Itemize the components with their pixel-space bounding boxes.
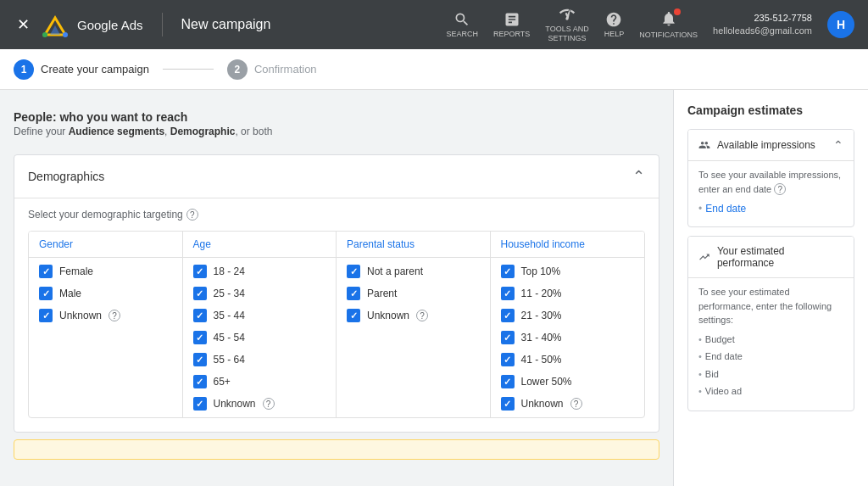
targeting-help-icon[interactable]: ?: [186, 209, 198, 221]
age-65-checkbox[interactable]: [193, 375, 207, 388]
demographics-table: Gender Female Male: [28, 231, 645, 418]
income-column: Household income Top 10% 11 - 20%: [491, 232, 645, 417]
male-checkbox[interactable]: [39, 287, 53, 300]
demographics-body: Select your demographic targeting ? Gend…: [14, 198, 659, 432]
gender-unknown-label: Unknown: [59, 310, 102, 321]
nav-help[interactable]: HELP: [604, 11, 625, 38]
close-button[interactable]: ✕: [14, 12, 33, 37]
step-2-label: Confirmation: [254, 63, 317, 75]
end-date-link-label: End date: [705, 201, 746, 216]
budget-label: Budget: [705, 332, 735, 347]
impressions-help-icon[interactable]: ?: [774, 183, 786, 195]
impressions-section-header[interactable]: Available impressions ⌃: [688, 130, 854, 160]
search-label: SEARCH: [446, 30, 478, 38]
brand-name: Google Ads: [77, 18, 143, 32]
content-area: People: who you want to reach Define you…: [0, 90, 673, 486]
list-item: Bid: [698, 366, 843, 383]
parental-unknown-checkbox[interactable]: [347, 309, 360, 322]
age-unknown-checkbox[interactable]: [193, 397, 207, 411]
income-21-30-checkbox[interactable]: [501, 309, 515, 322]
topbar-right: SEARCH REPORTS TOOLS ANDSETTINGS HELP NO…: [446, 6, 854, 43]
account-email: helloleads6@gmail.com: [713, 25, 812, 37]
step-connector: [163, 69, 214, 70]
end-date-link[interactable]: End date: [698, 201, 843, 216]
age-header: Age: [183, 232, 337, 258]
step-2: 2 Confirmation: [227, 59, 317, 80]
income-31-40-label: 31 - 40%: [521, 332, 562, 344]
list-item: 21 - 30%: [501, 309, 635, 322]
male-label: Male: [59, 288, 81, 299]
age-45-54-checkbox[interactable]: [193, 331, 207, 344]
nav-reports[interactable]: REPORTS: [493, 11, 530, 38]
bottom-hint-bar: [14, 439, 659, 460]
income-31-40-checkbox[interactable]: [501, 331, 515, 344]
demographics-chevron-icon: ⌃: [632, 167, 645, 186]
parental-column: Parental status Not a parent Parent: [337, 232, 491, 417]
nav-search[interactable]: SEARCH: [446, 11, 478, 38]
bid-label: Bid: [705, 367, 719, 382]
step-2-circle: 2: [227, 59, 248, 80]
income-unknown-help-icon[interactable]: ?: [570, 398, 582, 410]
notifications-label: NOTIFICATIONS: [639, 31, 698, 39]
account-phone: 235-512-7758: [754, 12, 812, 25]
income-top10-checkbox[interactable]: [501, 265, 515, 278]
topbar-left: ✕ Google Ads New campaign: [14, 11, 270, 38]
person-icon: [698, 139, 710, 151]
not-parent-checkbox[interactable]: [347, 265, 360, 278]
list-item: 41 - 50%: [501, 353, 635, 366]
topbar: ✕ Google Ads New campaign SEARCH REPORTS…: [0, 0, 868, 49]
help-label: HELP: [604, 30, 625, 38]
list-item: Lower 50%: [501, 375, 635, 388]
step-1-label: Create your campaign: [41, 63, 149, 75]
performance-section-header[interactable]: Your estimated performance: [688, 237, 854, 277]
account-avatar[interactable]: H: [827, 11, 854, 38]
impressions-section: Available impressions ⌃ To see your avai…: [687, 129, 854, 227]
female-checkbox[interactable]: [39, 265, 53, 278]
campaign-estimates-sidebar: Campaign estimates Available impressions…: [673, 90, 868, 486]
age-unknown-help-icon[interactable]: ?: [263, 398, 275, 410]
age-18-24-checkbox[interactable]: [193, 265, 207, 278]
demographics-header[interactable]: Demographics ⌃: [14, 155, 659, 198]
demographics-title: Demographics: [28, 170, 104, 183]
audience-segments-link[interactable]: Audience segments: [69, 126, 164, 137]
parental-items: Not a parent Parent Unknown ?: [337, 258, 490, 329]
age-55-64-checkbox[interactable]: [193, 353, 207, 366]
list-item: 25 - 34: [193, 287, 326, 300]
list-item: 55 - 64: [193, 353, 326, 366]
income-41-50-checkbox[interactable]: [501, 353, 515, 366]
list-item: Female: [39, 265, 172, 278]
nav-notifications[interactable]: NOTIFICATIONS: [639, 10, 698, 39]
parent-checkbox[interactable]: [347, 287, 360, 300]
nav-tools[interactable]: TOOLS ANDSETTINGS: [545, 6, 588, 43]
gender-unknown-help-icon[interactable]: ?: [108, 310, 120, 321]
google-ads-logo: [42, 11, 69, 38]
performance-list: Budget End date Bid Video ad: [698, 327, 843, 400]
age-35-44-checkbox[interactable]: [193, 309, 207, 322]
income-11-20-checkbox[interactable]: [501, 287, 515, 300]
income-unknown-label: Unknown: [521, 398, 564, 410]
age-column: Age 18 - 24 25 - 34: [183, 232, 337, 417]
demographic-link[interactable]: Demographic: [170, 126, 236, 137]
age-items: 18 - 24 25 - 34 35 - 44: [183, 258, 337, 417]
income-items: Top 10% 11 - 20% 21 - 30%: [491, 258, 645, 417]
performance-body: To see your estimated performance, enter…: [688, 277, 854, 411]
age-25-34-checkbox[interactable]: [193, 287, 207, 300]
age-25-34-label: 25 - 34: [214, 288, 245, 299]
list-item: 11 - 20%: [501, 287, 635, 300]
svg-point-2: [42, 32, 47, 37]
gender-column: Gender Female Male: [29, 232, 183, 417]
trending-icon: [698, 251, 710, 263]
age-45-54-label: 45 - 54: [214, 332, 245, 344]
list-item: Unknown ?: [501, 397, 635, 411]
income-unknown-checkbox[interactable]: [501, 397, 515, 411]
income-lower50-checkbox[interactable]: [501, 375, 515, 388]
gender-unknown-checkbox[interactable]: [39, 309, 53, 322]
income-41-50-label: 41 - 50%: [521, 354, 562, 366]
parental-unknown-help-icon[interactable]: ?: [416, 310, 428, 321]
list-item: 65+: [193, 375, 326, 388]
campaign-title: New campaign: [181, 17, 271, 32]
not-parent-label: Not a parent: [367, 265, 423, 277]
list-item: End date: [698, 348, 843, 366]
age-unknown-label: Unknown: [214, 398, 256, 410]
income-21-30-label: 21 - 30%: [521, 310, 562, 321]
